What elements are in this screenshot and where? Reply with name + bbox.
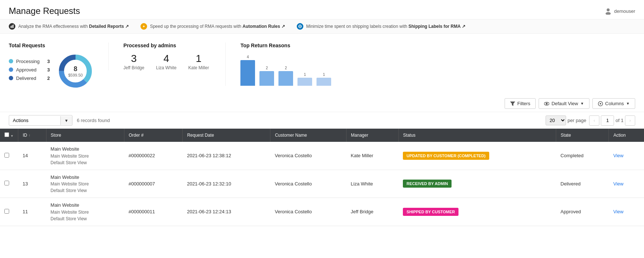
table-row: 13 Main Website Main Website Store Defau… <box>0 170 644 198</box>
row-action[interactable]: View <box>609 142 644 170</box>
columns-icon <box>598 101 603 106</box>
bar-count-2: 2 <box>266 66 268 70</box>
status-badge: SHIPPED BY CUSTOMER <box>403 208 458 216</box>
admin-liza: 4 Liza White <box>156 53 176 70</box>
user-icon <box>604 7 612 15</box>
table-row: 11 Main Website Main Website Store Defau… <box>0 198 644 226</box>
select-all-checkbox[interactable] <box>4 132 9 137</box>
row-manager: Kate Miller <box>347 142 399 170</box>
page-of: of 1 <box>615 118 624 123</box>
row-checkbox[interactable] <box>4 181 9 185</box>
next-page-button[interactable]: › <box>625 115 635 126</box>
row-order: #000000022 <box>124 142 183 170</box>
ship-icon <box>297 23 303 30</box>
admin-grid: 3 Jeff Bridge 4 Liza White 1 Kate Miller <box>123 53 211 70</box>
row-customer: Veronica Costello <box>270 198 347 226</box>
svg-rect-4 <box>13 25 14 28</box>
table-body: 14 Main Website Main Website Store Defau… <box>0 142 644 226</box>
jeff-count: 3 <box>123 53 144 64</box>
table-row: 14 Main Website Main Website Store Defau… <box>0 142 644 170</box>
page-title: Manage Requests <box>9 6 80 16</box>
promo-item-reports: Analyze the RMA effectiveness with Detai… <box>9 23 129 30</box>
user-area: demouser <box>604 7 635 15</box>
actions-dropdown[interactable]: Actions ▼ <box>9 115 72 126</box>
svg-point-1 <box>606 12 611 15</box>
bar-chart: 4 2 2 1 1 <box>240 53 635 86</box>
admin-kate: 1 Kate Miller <box>188 53 209 70</box>
promo-item-automation: Speed up the processing of RMA requests … <box>141 23 285 30</box>
donut-total: 8 <box>68 65 83 73</box>
actions-select-input[interactable]: Actions <box>9 115 60 125</box>
top-return-reasons-title: Top Return Reasons <box>240 43 635 48</box>
row-customer: Veronica Costello <box>270 170 347 198</box>
row-store: Main Website Main Website Store Default … <box>46 198 124 226</box>
row-order: #000000011 <box>124 198 183 226</box>
eye-icon <box>544 101 549 106</box>
automation-rules-link[interactable]: Automation Rules ↗ <box>243 24 285 29</box>
view-link[interactable]: View <box>613 181 624 187</box>
per-page-label: per page <box>568 118 586 123</box>
row-checkbox[interactable] <box>4 209 9 214</box>
th-order[interactable]: Order # <box>124 129 183 142</box>
row-checkbox[interactable] <box>4 153 9 158</box>
row-state: Delivered <box>556 170 609 198</box>
chart-icon <box>9 23 15 30</box>
approved-dot <box>9 67 13 72</box>
right-tools: 20 50 100 per page ‹ of 1 › <box>546 115 635 126</box>
default-view-button[interactable]: Default View ▼ <box>539 98 589 109</box>
username: demouser <box>614 8 635 14</box>
page-nav: ‹ of 1 › <box>589 115 635 126</box>
processing-label: Processing <box>16 59 40 64</box>
bar-2: 2 <box>259 66 274 86</box>
bar-1: 4 <box>240 55 255 86</box>
th-id[interactable]: ID↑ <box>18 129 46 142</box>
prev-page-button[interactable]: ‹ <box>589 115 599 126</box>
toolbar: Filters Default View ▼ Columns ▼ <box>0 95 644 112</box>
actions-arrow[interactable]: ▼ <box>60 116 72 125</box>
columns-button[interactable]: Columns ▼ <box>592 98 635 109</box>
kate-count: 1 <box>188 53 209 64</box>
row-checkbox-cell[interactable] <box>0 198 18 226</box>
bolt-icon <box>141 23 147 30</box>
th-manager[interactable]: Manager <box>347 129 399 142</box>
row-action[interactable]: View <box>609 170 644 198</box>
filters-button[interactable]: Filters <box>505 98 536 109</box>
view-dropdown-arrow: ▼ <box>580 102 584 106</box>
view-link[interactable]: View <box>613 153 624 158</box>
th-customer[interactable]: Customer Name <box>270 129 347 142</box>
svg-point-15 <box>546 103 548 104</box>
detailed-reports-link[interactable]: Detailed Reports ↗ <box>89 24 129 29</box>
th-store[interactable]: Store <box>46 129 124 142</box>
row-id: 14 <box>18 142 46 170</box>
th-select-all[interactable]: ▼ <box>0 129 18 142</box>
approved-count: 3 <box>42 67 50 73</box>
liza-name: Liza White <box>156 65 176 70</box>
bar-count-5: 1 <box>323 73 325 77</box>
page-number-input[interactable] <box>601 115 614 126</box>
row-checkbox-cell[interactable] <box>0 142 18 170</box>
bar-3: 2 <box>278 66 293 86</box>
per-page-input[interactable]: 20 50 100 <box>546 115 566 125</box>
th-status[interactable]: Status <box>398 129 556 142</box>
shipping-labels-link[interactable]: Shipping Labels for RMA ↗ <box>408 24 465 29</box>
svg-point-17 <box>600 103 601 104</box>
delivered-label: Delivered <box>16 75 40 81</box>
svg-point-0 <box>607 8 610 11</box>
row-action[interactable]: View <box>609 198 644 226</box>
row-state: Completed <box>556 142 609 170</box>
per-page-select: 20 50 100 per page <box>546 115 586 125</box>
row-store: Main Website Main Website Store Default … <box>46 142 124 170</box>
th-date[interactable]: Request Date <box>183 129 270 142</box>
records-found: 6 records found <box>77 118 110 123</box>
bar-4: 1 <box>297 73 312 86</box>
view-link[interactable]: View <box>613 209 624 214</box>
data-table: ▼ ID↑ Store Order # Request Date Custome… <box>0 129 644 226</box>
processing-dot <box>9 59 13 63</box>
admin-jeff: 3 Jeff Bridge <box>123 53 144 70</box>
svg-marker-13 <box>510 102 515 106</box>
row-checkbox-cell[interactable] <box>0 170 18 198</box>
total-requests-widget: Total Requests Processing 3 Approved 3 D… <box>9 43 94 89</box>
th-state[interactable]: State <box>556 129 609 142</box>
row-manager: Liza White <box>347 170 399 198</box>
jeff-name: Jeff Bridge <box>123 65 144 70</box>
